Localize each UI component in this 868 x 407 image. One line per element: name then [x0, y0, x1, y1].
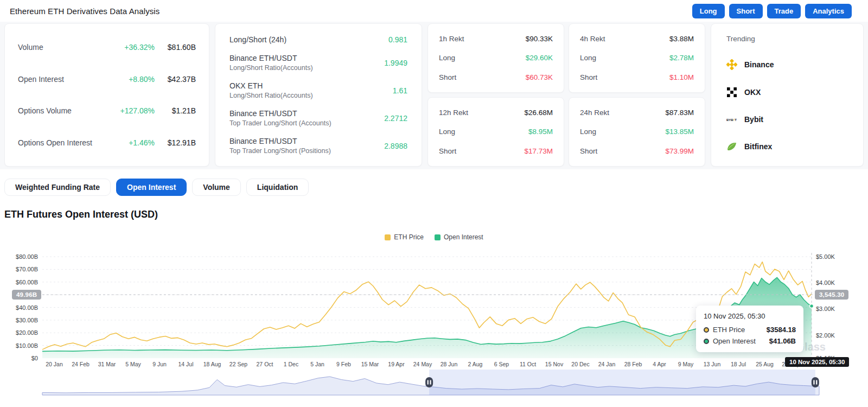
rekt-cards-grid: 1h Rekt $90.33K Long $29.60K Short $60.7… — [427, 23, 705, 167]
volume-stats-card: Volume +36.32% $81.60B Open Interest +8.… — [4, 23, 209, 167]
rekt-total: $26.68M — [524, 109, 553, 117]
rekt-short-row: Short $60.73K — [439, 73, 553, 81]
navigator-selection[interactable] — [429, 370, 815, 395]
navigator[interactable] — [42, 370, 819, 395]
svg-text:BYB: BYB — [726, 118, 733, 121]
rekt-long-label: Long — [439, 128, 528, 136]
stat-change: +36.32% — [103, 43, 155, 52]
rekt-long-value: $13.85M — [665, 128, 694, 136]
rekt-short-value: $60.73K — [526, 73, 553, 81]
ratio-name: Binance ETH/USDT — [229, 54, 379, 62]
header-buttons: Long Short Trade Analytics — [692, 4, 852, 18]
legend-item-open-interest[interactable]: Open Interest — [435, 233, 483, 241]
legend-label: Open Interest — [444, 233, 483, 241]
rekt-card-1h: 1h Rekt $90.33K Long $29.60K Short $60.7… — [427, 23, 564, 93]
svg-text:24 May: 24 May — [413, 361, 432, 367]
legend-item-eth-price[interactable]: ETH Price — [385, 233, 424, 241]
ratio-name: Long/Short (24h) — [229, 35, 383, 44]
tooltip-date: 10 Nov 2025, 05:30 — [704, 312, 796, 320]
rekt-period: 4h Rekt — [580, 35, 669, 43]
ratio-text: OKX ETH Long/Short Ratio(Accounts) — [229, 81, 393, 99]
ratio-value: 2.8988 — [384, 142, 407, 150]
navigator-handle-right[interactable] — [812, 377, 819, 387]
ratio-sub: Long/Short Ratio(Accounts) — [229, 64, 379, 72]
trending-item-bybit[interactable]: BYB ! T Bybit — [726, 114, 848, 125]
trending-item-okx[interactable]: OKX — [726, 87, 848, 98]
svg-text:2 Aug: 2 Aug — [468, 361, 483, 367]
svg-text:$70.00B: $70.00B — [16, 266, 38, 272]
rekt-long-label: Long — [580, 128, 665, 136]
ratio-row: Binance ETH/USDT Top Trader Long/Short (… — [229, 137, 407, 155]
svg-text:14 Jul: 14 Jul — [178, 361, 193, 367]
ratio-row: Long/Short (24h) 0.981 — [229, 35, 407, 44]
rekt-short-label: Short — [580, 147, 665, 155]
right-axis-crosshair-badge: 3,545.30 — [815, 290, 848, 300]
rekt-long-value: $2.78M — [669, 54, 694, 62]
svg-text:$10.00B: $10.00B — [16, 342, 38, 349]
stat-change: +1.46% — [103, 138, 155, 147]
svg-text:20 Jan: 20 Jan — [46, 361, 63, 367]
bitfinex-logo-icon — [726, 141, 737, 152]
ratio-sub: Top Trader Long/Short (Accounts) — [229, 119, 379, 127]
long-button[interactable]: Long — [692, 4, 725, 18]
tab-open-interest[interactable]: Open Interest — [116, 179, 187, 196]
svg-text:9 Feb: 9 Feb — [336, 361, 351, 367]
ratio-text: Long/Short (24h) — [229, 35, 388, 44]
svg-text:22 Sep: 22 Sep — [229, 361, 247, 367]
ratio-name: OKX ETH — [229, 81, 387, 90]
svg-text:5 May: 5 May — [125, 361, 141, 367]
rekt-long-label: Long — [580, 54, 669, 62]
svg-text:$80.00B: $80.00B — [16, 253, 38, 260]
rekt-long-value: $29.60K — [526, 54, 553, 62]
trending-label: Trending — [726, 35, 848, 43]
short-button[interactable]: Short — [729, 4, 763, 18]
ratio-value: 1.61 — [393, 86, 407, 95]
ratio-text: Binance ETH/USDT Top Trader Long/Short (… — [229, 137, 384, 155]
ratio-sub: Top Trader Long/Short (Positions) — [229, 147, 379, 155]
bybit-logo-icon: BYB ! T — [726, 114, 737, 125]
rekt-short-row: Short $1.10M — [580, 73, 694, 81]
chart-section-title: ETH Futures Open Interest (USD) — [0, 196, 868, 223]
rekt-short-value: $17.73M — [524, 147, 553, 155]
x-axis-labels: 20 Jan24 Feb31 Mar5 May9 Jun14 Jul18 Aug… — [46, 361, 800, 367]
svg-text:15 Mar: 15 Mar — [361, 361, 379, 367]
tooltip-row-open-interest: Open Interest $41.06B — [704, 337, 796, 345]
stat-label: Options Open Interest — [18, 138, 103, 147]
rekt-long-row: Long $29.60K — [439, 54, 553, 62]
rekt-short-value: $1.10M — [669, 73, 694, 81]
long-short-ratio-card: Long/Short (24h) 0.981 Binance ETH/USDT … — [215, 23, 422, 167]
tab-weighted-funding-rate[interactable]: Weighted Funding Rate — [4, 179, 111, 196]
trending-item-binance[interactable]: Binance — [726, 59, 848, 70]
trending-card: Trending Binance OKX — [711, 23, 864, 167]
left-axis-crosshair-badge: 49.96B — [12, 290, 41, 300]
rekt-short-label: Short — [439, 73, 526, 81]
svg-text:31 Mar: 31 Mar — [98, 361, 116, 367]
ratio-value: 2.2712 — [384, 114, 407, 123]
tab-liquidation[interactable]: Liquidation — [246, 179, 309, 196]
stat-change: +8.80% — [103, 75, 155, 84]
svg-text:18 Jul: 18 Jul — [731, 361, 746, 367]
trending-item-bitfinex[interactable]: Bitfinex — [726, 141, 848, 152]
svg-text:9 Jun: 9 Jun — [152, 361, 167, 367]
svg-text:6 Sep: 6 Sep — [494, 361, 509, 367]
ratio-sub: Long/Short Ratio(Accounts) — [229, 92, 387, 99]
stat-label: Options Volume — [18, 106, 103, 115]
svg-text:$5.00K: $5.00K — [816, 253, 835, 260]
svg-text:1 Dec: 1 Dec — [284, 361, 298, 367]
svg-text:$3.00K: $3.00K — [816, 306, 835, 312]
summary-cards: Volume +36.32% $81.60B Open Interest +8.… — [0, 22, 868, 169]
svg-text:$2.00K: $2.00K — [816, 332, 835, 339]
rekt-total-row: 24h Rekt $87.83M — [580, 109, 694, 117]
trending-item-label: Binance — [744, 60, 774, 69]
tab-volume[interactable]: Volume — [192, 179, 241, 196]
rekt-card-4h: 4h Rekt $3.88M Long $2.78M Short $1.10M — [569, 23, 705, 93]
analytics-button[interactable]: Analytics — [805, 4, 852, 18]
binance-logo-icon — [726, 59, 737, 70]
rekt-short-label: Short — [580, 73, 669, 81]
svg-text:24 Jan: 24 Jan — [598, 361, 616, 367]
navigator-handle-left[interactable] — [425, 377, 433, 387]
stat-value: $42.37B — [155, 75, 196, 84]
trade-button[interactable]: Trade — [767, 4, 801, 18]
y-axis-left-labels: $80.00B$70.00B$60.00B$40.00B$30.00B$20.0… — [16, 253, 38, 361]
svg-text:15 Nov: 15 Nov — [545, 361, 564, 367]
